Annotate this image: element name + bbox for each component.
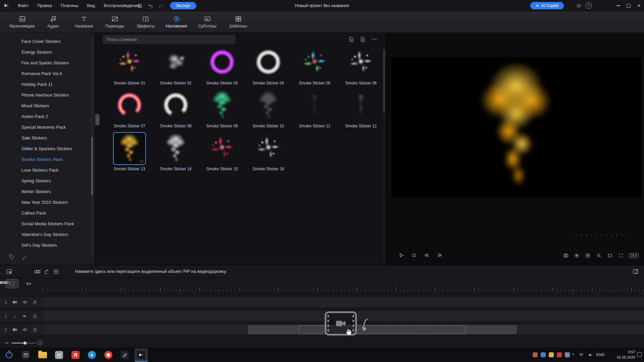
sidebar-category[interactable]: New Year 2023 Stickers	[0, 197, 95, 208]
start-button[interactable]	[3, 349, 15, 361]
sticker-item[interactable]: Smoke Sticker 04	[245, 46, 291, 89]
sidebar-category[interactable]: Spring Stickers	[0, 176, 95, 186]
speaker-icon[interactable]	[22, 314, 28, 319]
sticker-item[interactable]: Smoke Sticker 02	[153, 46, 199, 89]
help-icon[interactable]	[586, 2, 592, 9]
sticker-item[interactable]: Smoke Sticker 11	[291, 89, 338, 132]
next-frame-button[interactable]	[436, 251, 443, 259]
sticker-item[interactable]: Smoke Sticker 03	[199, 46, 245, 89]
quick-edit-icon[interactable]	[43, 268, 50, 275]
sidebar-scroll-thumb[interactable]	[91, 137, 93, 195]
pan-crop-icon[interactable]	[607, 252, 613, 259]
sidebar-category[interactable]: Special Moments Pack	[0, 122, 95, 133]
sidebar-category[interactable]: Fire and Sparks Stickers	[0, 58, 95, 68]
search-input[interactable]	[103, 35, 235, 44]
tray-app-icon[interactable]	[541, 352, 546, 357]
sidebar-category[interactable]: Valentine's Day Stickers	[0, 229, 95, 240]
snapshot-camera-icon[interactable]	[562, 252, 569, 259]
tray-app-icon[interactable]	[557, 352, 562, 357]
video-track-lane[interactable]	[43, 297, 644, 307]
sidebar-category[interactable]: Winter Stickers	[0, 186, 95, 197]
more-options-icon[interactable]	[371, 36, 378, 43]
tab-transitions[interactable]: Переходы	[100, 12, 129, 32]
undo-icon[interactable]	[146, 1, 155, 10]
pen-app-icon[interactable]	[118, 348, 131, 362]
sidebar-category[interactable]: Glitter & Sparkles Stickers	[0, 143, 95, 154]
sticker-item[interactable]: Smoke Sticker 15	[199, 132, 245, 175]
sticker-item[interactable]: Smoke Sticker 01	[106, 46, 153, 89]
sidebar-category[interactable]: Sale Stickers	[0, 133, 95, 143]
lock-icon[interactable]	[32, 314, 38, 319]
sticker-item[interactable]: Smoke Sticker 16	[245, 132, 291, 175]
tab-effects[interactable]: Эффекты	[131, 12, 160, 32]
pip-insert-icon[interactable]	[5, 268, 13, 275]
track-header[interactable]: 1	[0, 297, 43, 307]
yandex-app-icon[interactable]: Я	[69, 348, 82, 362]
tray-app-icon[interactable]	[549, 352, 554, 357]
track-manager-icon[interactable]	[52, 268, 60, 275]
menu-item[interactable]: Правка	[33, 0, 56, 11]
export-button[interactable]: Экспорт	[170, 2, 196, 9]
detail-list-icon[interactable]	[585, 252, 591, 259]
tab-titles[interactable]: Названия	[69, 12, 99, 32]
fullscreen-icon[interactable]	[618, 252, 625, 259]
sidebar-category[interactable]: Mood Stickers	[0, 101, 95, 111]
import-file-icon[interactable]	[359, 36, 366, 43]
volume-icon[interactable]	[588, 353, 593, 357]
eye-icon[interactable]	[22, 327, 28, 333]
add-file-icon[interactable]	[347, 36, 355, 43]
close-button[interactable]	[634, 0, 644, 11]
sticker-item[interactable]: Smoke Sticker 12	[338, 89, 384, 132]
save-icon[interactable]	[136, 1, 144, 10]
timeline-zoom-slider[interactable]	[11, 343, 36, 344]
tab-multimedia[interactable]: Мультимедиа	[7, 12, 37, 32]
sticker-item[interactable]: Smoke Sticker 08	[153, 89, 199, 132]
eye-icon[interactable]	[22, 300, 28, 305]
lock-icon[interactable]	[32, 300, 38, 305]
zoom-tool-icon[interactable]	[596, 252, 602, 259]
sticker-item[interactable]: Smoke Sticker 05	[291, 46, 338, 89]
edge-browser-icon[interactable]: e	[85, 348, 99, 362]
sticker-scroll-thumb[interactable]	[383, 50, 385, 113]
sidebar-category[interactable]: Phone Interface Stickers	[0, 90, 95, 101]
sidebar-category[interactable]: Callout Pack	[0, 208, 95, 219]
track-header[interactable]: 1	[0, 311, 43, 321]
zoom-slider-handle[interactable]	[23, 342, 26, 345]
zoom-out-icon[interactable]	[4, 340, 9, 346]
previous-frame-button[interactable]	[423, 251, 430, 259]
sticker-item[interactable]: Smoke Sticker 10	[245, 89, 291, 132]
maximize-button[interactable]	[624, 0, 634, 11]
brush-icon[interactable]	[22, 254, 28, 260]
tab-overlays[interactable]: Наложения	[162, 12, 191, 32]
sticker-item[interactable]: Smoke Sticker 07	[106, 89, 153, 132]
sidebar-collapse-handle[interactable]	[95, 114, 100, 125]
favorite-heart-icon[interactable]	[139, 159, 144, 164]
tray-app-icon[interactable]	[533, 352, 538, 357]
sidebar-category[interactable]: Girl's Day Stickers	[0, 240, 95, 251]
tab-subtitles[interactable]: Субтитры	[193, 12, 222, 32]
sidebar-category[interactable]: Face Cover Stickers	[0, 36, 95, 47]
notification-center-icon[interactable]	[637, 352, 642, 357]
lock-icon[interactable]	[32, 327, 38, 333]
menu-item[interactable]: Файл	[13, 0, 33, 11]
sticker-item[interactable]: Smoke Sticker 14	[153, 132, 199, 175]
aspect-ratio-badge[interactable]: 16:9	[629, 253, 639, 258]
network-icon[interactable]	[579, 353, 584, 357]
timeline-ruler[interactable]: 00:0000:12:0000:24:0000:36:0000:48:0001:…	[0, 278, 644, 295]
yandex-browser-icon[interactable]	[102, 348, 115, 362]
zoom-in-icon[interactable]	[38, 340, 43, 345]
sidebar-category[interactable]: Action Pack 2	[0, 111, 95, 122]
redo-icon[interactable]	[156, 1, 165, 10]
sidebar-category[interactable]: Energy Stickers	[0, 47, 95, 58]
minimize-button[interactable]	[613, 0, 623, 11]
sidebar-scrollbar[interactable]	[91, 36, 93, 257]
hidden-icons-caret[interactable]: ^	[572, 352, 574, 357]
sticker-item[interactable]: Smoke Sticker 06	[338, 46, 384, 89]
sidebar-category[interactable]: Social Media Stickers Pack	[0, 219, 95, 229]
record-icon[interactable]	[574, 252, 580, 259]
tab-audio[interactable]: Аудио	[38, 12, 68, 32]
file-explorer-icon[interactable]	[36, 348, 49, 362]
menu-item[interactable]: Вид	[83, 0, 100, 11]
tab-templates[interactable]: Шаблоны	[223, 12, 253, 32]
settings-gear-icon[interactable]	[574, 1, 583, 10]
